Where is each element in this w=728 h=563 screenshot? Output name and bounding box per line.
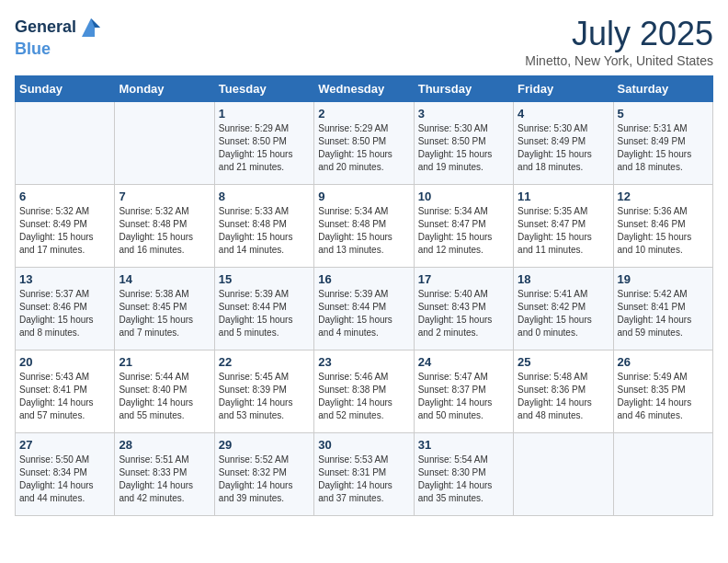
day-number: 24 [418, 355, 509, 369]
calendar-cell [115, 102, 214, 185]
day-info: Sunrise: 5:54 AMSunset: 8:30 PMDaylight:… [418, 454, 509, 505]
day-info: Sunrise: 5:33 AMSunset: 8:48 PMDaylight:… [219, 205, 310, 257]
day-number: 13 [19, 272, 110, 286]
calendar-cell: 26Sunrise: 5:49 AMSunset: 8:35 PMDayligh… [613, 350, 712, 433]
calendar-cell: 17Sunrise: 5:40 AMSunset: 8:43 PMDayligh… [414, 268, 513, 350]
calendar-cell: 22Sunrise: 5:45 AMSunset: 8:39 PMDayligh… [214, 350, 313, 433]
day-info: Sunrise: 5:46 AMSunset: 8:38 PMDaylight:… [318, 371, 409, 422]
day-number: 15 [219, 272, 310, 286]
day-number: 5 [618, 107, 709, 121]
day-number: 4 [518, 107, 609, 121]
calendar-cell: 11Sunrise: 5:35 AMSunset: 8:47 PMDayligh… [514, 185, 613, 268]
day-info: Sunrise: 5:34 AMSunset: 8:48 PMDaylight:… [318, 205, 409, 257]
day-info: Sunrise: 5:43 AMSunset: 8:41 PMDaylight:… [19, 371, 110, 422]
day-info: Sunrise: 5:44 AMSunset: 8:40 PMDaylight:… [119, 371, 210, 422]
day-info: Sunrise: 5:52 AMSunset: 8:32 PMDaylight:… [219, 454, 310, 505]
day-number: 19 [618, 272, 709, 286]
day-info: Sunrise: 5:36 AMSunset: 8:46 PMDaylight:… [618, 205, 709, 257]
weekday-header-tuesday: Tuesday [214, 76, 313, 102]
weekday-header-friday: Friday [514, 76, 613, 102]
calendar-cell [613, 433, 712, 516]
day-info: Sunrise: 5:32 AMSunset: 8:49 PMDaylight:… [19, 205, 110, 257]
day-number: 21 [119, 355, 210, 369]
day-number: 28 [119, 438, 210, 452]
calendar-cell: 19Sunrise: 5:42 AMSunset: 8:41 PMDayligh… [613, 268, 712, 350]
day-info: Sunrise: 5:35 AMSunset: 8:47 PMDaylight:… [518, 205, 609, 257]
day-number: 30 [318, 438, 409, 452]
day-number: 11 [518, 190, 609, 203]
logo: General Blue [15, 15, 104, 59]
weekday-header-sunday: Sunday [16, 76, 115, 102]
weekday-header-wednesday: Wednesday [314, 76, 414, 102]
calendar-cell: 27Sunrise: 5:50 AMSunset: 8:34 PMDayligh… [16, 433, 115, 516]
calendar-cell: 16Sunrise: 5:39 AMSunset: 8:44 PMDayligh… [314, 268, 414, 350]
title-block: July 2025 Minetto, New York, United Stat… [525, 15, 713, 68]
calendar-cell: 6Sunrise: 5:32 AMSunset: 8:49 PMDaylight… [16, 185, 115, 268]
calendar-cell: 1Sunrise: 5:29 AMSunset: 8:50 PMDaylight… [214, 102, 313, 185]
day-number: 18 [518, 272, 609, 286]
weekday-header-saturday: Saturday [613, 76, 712, 102]
day-info: Sunrise: 5:47 AMSunset: 8:37 PMDaylight:… [418, 371, 509, 422]
day-number: 8 [219, 190, 310, 203]
calendar-week-row: 20Sunrise: 5:43 AMSunset: 8:41 PMDayligh… [16, 350, 713, 433]
calendar-cell: 25Sunrise: 5:48 AMSunset: 8:36 PMDayligh… [514, 350, 613, 433]
day-number: 10 [418, 190, 509, 203]
day-info: Sunrise: 5:49 AMSunset: 8:35 PMDaylight:… [618, 371, 709, 422]
calendar-cell: 14Sunrise: 5:38 AMSunset: 8:45 PMDayligh… [115, 268, 214, 350]
calendar-week-row: 6Sunrise: 5:32 AMSunset: 8:49 PMDaylight… [16, 185, 713, 268]
calendar-cell: 7Sunrise: 5:32 AMSunset: 8:48 PMDaylight… [115, 185, 214, 268]
logo-text: General Blue [15, 15, 104, 59]
day-number: 27 [19, 438, 110, 452]
day-number: 22 [219, 355, 310, 369]
day-info: Sunrise: 5:45 AMSunset: 8:39 PMDaylight:… [219, 371, 310, 422]
weekday-header-monday: Monday [115, 76, 214, 102]
day-info: Sunrise: 5:34 AMSunset: 8:47 PMDaylight:… [418, 205, 509, 257]
calendar-cell: 18Sunrise: 5:41 AMSunset: 8:42 PMDayligh… [514, 268, 613, 350]
calendar-table: SundayMondayTuesdayWednesdayThursdayFrid… [15, 75, 713, 516]
day-number: 17 [418, 272, 509, 286]
day-number: 1 [219, 107, 310, 121]
day-info: Sunrise: 5:38 AMSunset: 8:45 PMDaylight:… [119, 288, 210, 339]
calendar-cell: 4Sunrise: 5:30 AMSunset: 8:49 PMDaylight… [514, 102, 613, 185]
day-info: Sunrise: 5:29 AMSunset: 8:50 PMDaylight:… [318, 122, 409, 174]
day-info: Sunrise: 5:31 AMSunset: 8:49 PMDaylight:… [618, 122, 709, 174]
day-number: 26 [618, 355, 709, 369]
day-number: 23 [318, 355, 409, 369]
calendar-cell: 30Sunrise: 5:53 AMSunset: 8:31 PMDayligh… [314, 433, 414, 516]
day-number: 20 [19, 355, 110, 369]
month-title: July 2025 [525, 15, 713, 53]
calendar-cell: 2Sunrise: 5:29 AMSunset: 8:50 PMDaylight… [314, 102, 414, 185]
calendar-cell [514, 433, 613, 516]
day-number: 6 [19, 190, 110, 203]
day-info: Sunrise: 5:39 AMSunset: 8:44 PMDaylight:… [318, 288, 409, 339]
day-info: Sunrise: 5:32 AMSunset: 8:48 PMDaylight:… [119, 205, 210, 257]
day-number: 25 [518, 355, 609, 369]
day-info: Sunrise: 5:37 AMSunset: 8:46 PMDaylight:… [19, 288, 110, 339]
calendar-cell: 29Sunrise: 5:52 AMSunset: 8:32 PMDayligh… [214, 433, 313, 516]
calendar-cell: 3Sunrise: 5:30 AMSunset: 8:50 PMDaylight… [414, 102, 513, 185]
calendar-week-row: 13Sunrise: 5:37 AMSunset: 8:46 PMDayligh… [16, 268, 713, 350]
day-info: Sunrise: 5:48 AMSunset: 8:36 PMDaylight:… [518, 371, 609, 422]
day-number: 31 [418, 438, 509, 452]
day-info: Sunrise: 5:40 AMSunset: 8:43 PMDaylight:… [418, 288, 509, 339]
calendar-cell: 15Sunrise: 5:39 AMSunset: 8:44 PMDayligh… [214, 268, 313, 350]
calendar-cell: 13Sunrise: 5:37 AMSunset: 8:46 PMDayligh… [16, 268, 115, 350]
weekday-header-row: SundayMondayTuesdayWednesdayThursdayFrid… [16, 76, 713, 102]
calendar-cell: 28Sunrise: 5:51 AMSunset: 8:33 PMDayligh… [115, 433, 214, 516]
calendar-cell [16, 102, 115, 185]
calendar-cell: 23Sunrise: 5:46 AMSunset: 8:38 PMDayligh… [314, 350, 414, 433]
day-info: Sunrise: 5:51 AMSunset: 8:33 PMDaylight:… [119, 454, 210, 505]
day-number: 16 [318, 272, 409, 286]
day-info: Sunrise: 5:50 AMSunset: 8:34 PMDaylight:… [19, 454, 110, 505]
day-info: Sunrise: 5:30 AMSunset: 8:49 PMDaylight:… [518, 122, 609, 174]
day-number: 2 [318, 107, 409, 121]
calendar-cell: 24Sunrise: 5:47 AMSunset: 8:37 PMDayligh… [414, 350, 513, 433]
calendar-cell: 5Sunrise: 5:31 AMSunset: 8:49 PMDaylight… [613, 102, 712, 185]
day-info: Sunrise: 5:29 AMSunset: 8:50 PMDaylight:… [219, 122, 310, 174]
logo-blue: Blue [15, 40, 51, 58]
calendar-week-row: 27Sunrise: 5:50 AMSunset: 8:34 PMDayligh… [16, 433, 713, 516]
day-number: 12 [618, 190, 709, 203]
day-number: 3 [418, 107, 509, 121]
calendar-cell: 20Sunrise: 5:43 AMSunset: 8:41 PMDayligh… [16, 350, 115, 433]
calendar-cell: 9Sunrise: 5:34 AMSunset: 8:48 PMDaylight… [314, 185, 414, 268]
